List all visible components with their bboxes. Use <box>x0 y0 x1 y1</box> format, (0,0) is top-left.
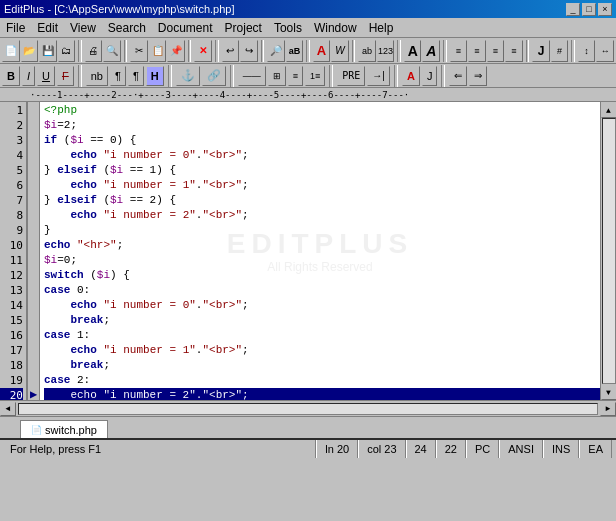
ln-1: 1 <box>0 103 23 118</box>
ln-15: 15 <box>0 313 23 328</box>
editor-area: 1 2 3 4 5 6 7 8 9 10 11 12 13 14 15 16 1… <box>0 102 616 400</box>
menu-view[interactable]: View <box>64 19 102 37</box>
menu-edit[interactable]: Edit <box>31 19 64 37</box>
tb-j-button[interactable]: J <box>532 40 550 62</box>
help-text: For Help, press F1 <box>4 440 316 458</box>
font-button[interactable]: F <box>57 66 74 86</box>
tab-file-icon: 📄 <box>31 425 42 435</box>
redo-button[interactable]: ↪ <box>240 40 258 62</box>
toolbar-sep-5 <box>261 40 265 62</box>
code-line-3: if ($i == 0) { <box>44 133 600 148</box>
mode-ansi: ANSI <box>499 440 543 458</box>
ln-3: 3 <box>0 133 23 148</box>
extra-2[interactable]: ⇒ <box>469 66 487 86</box>
tab-switch-php[interactable]: 📄 switch.php <box>20 420 108 438</box>
copy-button[interactable]: 📋 <box>149 40 167 62</box>
replace-button[interactable]: aB <box>286 40 304 62</box>
menu-tools[interactable]: Tools <box>268 19 308 37</box>
save-all-button[interactable]: 🗂 <box>58 40 76 62</box>
tb-align-right[interactable]: ≡ <box>487 40 505 62</box>
toolbar-sep-7 <box>352 40 356 62</box>
pilcrow-button[interactable]: ¶ <box>128 66 144 86</box>
horizontal-scrollbar[interactable]: ◄ ► <box>0 400 616 416</box>
scroll-down-button[interactable]: ▼ <box>601 384 617 400</box>
close-button[interactable]: × <box>598 3 612 16</box>
title-bar-buttons: _ □ × <box>566 3 612 16</box>
delete-button[interactable]: ✕ <box>194 40 212 62</box>
print-button[interactable]: 🖨 <box>85 40 103 62</box>
anchor-button[interactable]: ⚓ <box>176 66 200 86</box>
tb-extra-1[interactable]: ↕ <box>578 40 596 62</box>
ordered-list-button[interactable]: 1≡ <box>305 66 325 86</box>
menu-window[interactable]: Window <box>308 19 363 37</box>
tb-justify[interactable]: ≡ <box>505 40 523 62</box>
minimize-button[interactable]: _ <box>566 3 580 16</box>
scroll-track[interactable] <box>602 118 616 384</box>
indent-button[interactable]: →| <box>367 66 390 86</box>
toolbar-sep-6 <box>306 40 310 62</box>
scroll-up-button[interactable]: ▲ <box>601 102 617 118</box>
num2-indicator: 22 <box>436 440 466 458</box>
tb-italic-A-button[interactable]: A <box>422 40 440 62</box>
arrow-column: ▶ <box>28 102 40 400</box>
menu-help[interactable]: Help <box>363 19 400 37</box>
nb-button[interactable]: nb <box>86 66 108 86</box>
new-button[interactable]: 📄 <box>2 40 20 62</box>
toolbar-sep-9 <box>443 40 447 62</box>
tb-ab-button[interactable]: ab <box>358 40 376 62</box>
vertical-scrollbar[interactable]: ▲ ▼ <box>600 102 616 400</box>
pre-button[interactable]: PRE <box>337 66 365 86</box>
fmt-sep-6 <box>441 65 445 87</box>
toolbar-sep-4 <box>215 40 219 62</box>
hscroll-track[interactable] <box>18 403 598 415</box>
menu-project[interactable]: Project <box>219 19 268 37</box>
title-bar: EditPlus - [C:\AppServ\www\myphp\switch.… <box>0 0 616 18</box>
find-button[interactable]: 🔎 <box>267 40 285 62</box>
col-indicator: col 23 <box>358 440 405 458</box>
code-editor[interactable]: EDITPLUS All Rights Reserved <?php $i=2;… <box>40 102 600 400</box>
num1-indicator: 24 <box>406 440 436 458</box>
tb-align-center[interactable]: ≡ <box>468 40 486 62</box>
menu-search[interactable]: Search <box>102 19 152 37</box>
menu-file[interactable]: File <box>0 19 31 37</box>
open-button[interactable]: 📂 <box>21 40 39 62</box>
tb-w-button[interactable]: W <box>331 40 349 62</box>
list-button[interactable]: ≡ <box>288 66 303 86</box>
ln-18: 18 <box>0 358 23 373</box>
bold-button[interactable]: B <box>2 66 20 86</box>
tb-A-button[interactable]: A <box>313 40 331 62</box>
para-button[interactable]: ¶ <box>110 66 126 86</box>
paste-button[interactable]: 📌 <box>167 40 185 62</box>
code-line-10: echo "<hr>"; <box>44 238 600 253</box>
hr-button[interactable]: —— <box>238 66 266 86</box>
cut-button[interactable]: ✂ <box>130 40 148 62</box>
save-button[interactable]: 💾 <box>39 40 57 62</box>
print-preview-button[interactable]: 🔍 <box>103 40 121 62</box>
tb-extra-2[interactable]: ↔ <box>596 40 614 62</box>
scroll-right-button[interactable]: ► <box>600 402 616 416</box>
toolbar-sep-1 <box>78 40 82 62</box>
italic-button[interactable]: I <box>22 66 35 86</box>
tb-num-button[interactable]: 123 <box>377 40 395 62</box>
menu-document[interactable]: Document <box>152 19 219 37</box>
tb-A-large-button[interactable]: A <box>404 40 422 62</box>
code-line-13: case 0: <box>44 283 600 298</box>
H-button[interactable]: H <box>146 66 164 86</box>
scroll-left-button[interactable]: ◄ <box>0 402 16 416</box>
spell-button[interactable]: J <box>422 66 438 86</box>
underline-button[interactable]: U <box>37 66 55 86</box>
ln-11: 11 <box>0 253 23 268</box>
restore-button[interactable]: □ <box>582 3 596 16</box>
ln-6: 6 <box>0 178 23 193</box>
tb-align-left[interactable]: ≡ <box>450 40 468 62</box>
ln-2: 2 <box>0 118 23 133</box>
extra-1[interactable]: ⇐ <box>449 66 467 86</box>
undo-button[interactable]: ↩ <box>222 40 240 62</box>
ruler: ·----1----+----2---·+----3----+----4----… <box>0 88 616 102</box>
tb-hash-button[interactable]: # <box>551 40 569 62</box>
fmt-sep-4 <box>329 65 333 87</box>
title-text: EditPlus - [C:\AppServ\www\myphp\switch.… <box>4 3 234 15</box>
link-button[interactable]: 🔗 <box>202 66 226 86</box>
color-button[interactable]: A <box>402 66 420 86</box>
table-button[interactable]: ⊞ <box>268 66 286 86</box>
